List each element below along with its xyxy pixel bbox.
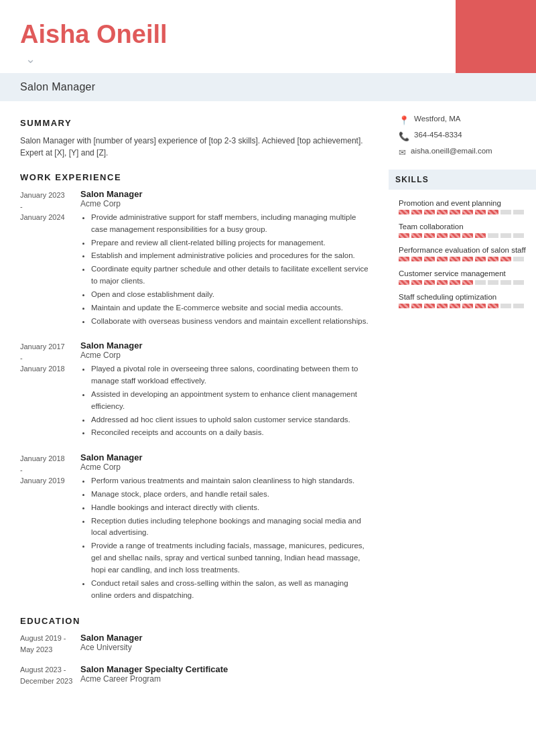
work-title: Salon Manager [80,189,368,199]
bullet-item: Played a pivotal role in overseeing thre… [91,363,368,387]
skill-segment [411,304,422,308]
contact-phone: 📞 364-454-8334 [399,131,526,141]
phone-icon: 📞 [399,131,409,141]
contact-section: 📍 Westford, MA 📞 364-454-8334 ✉ aisha.on… [399,115,526,158]
bullet-item: Provide a range of treatments including … [91,540,368,576]
skill-segment [399,210,409,214]
skill-segment [437,257,448,261]
work-date-start: January 2018 [20,454,65,462]
skill-segment [500,304,511,308]
email-icon: ✉ [399,147,406,158]
edu-details: Salon Manager Ace University [80,633,368,655]
edu-title: Salon Manager [80,633,368,643]
bullet-item: Open and close establishment daily. [91,289,368,301]
contact-email: ✉ aisha.oneill@email.com [399,147,526,158]
skill-segment [437,210,448,214]
skill-segment [399,257,409,261]
edu-date-end: May 2023 [20,645,52,653]
bullet-item: Handle bookings and interact directly wi… [91,502,368,514]
skill-segment [437,280,448,285]
edu-school: Ace University [80,643,368,652]
work-entry: January 2017 - January 2018 Salon Manage… [20,340,368,440]
summary-text: Salon Manager with [number of years] exp… [20,135,368,159]
skill-item: Staff scheduling optimization [399,293,526,308]
skill-segment [450,233,460,238]
work-date-end: January 2019 [20,477,65,485]
skill-segment [488,304,498,308]
skill-name: Staff scheduling optimization [399,293,526,301]
edu-date-start: August 2019 - [20,634,66,642]
header-accent-block [456,0,536,73]
work-title: Salon Manager [80,452,368,462]
bullet-item: Maintain and update the E-commerce websi… [91,302,368,314]
work-company: Acme Corp [80,462,368,472]
bullet-item: Collaborate with overseas business vendo… [91,316,368,328]
work-dates: January 2018 - January 2019 [20,452,80,603]
edu-date-start: August 2023 - [20,666,66,674]
work-company: Acme Corp [80,199,368,208]
skill-segment [399,280,409,285]
skill-bar [399,233,526,238]
skill-segment [399,304,409,308]
work-bullets: Played a pivotal role in overseeing thre… [80,363,368,439]
skill-segment [399,233,409,238]
skill-segment [424,280,435,285]
work-date-end: January 2018 [20,365,65,373]
skill-segment [475,257,486,261]
skill-segment [411,257,422,261]
bullet-item: Assisted in developing an appointment sy… [91,389,368,413]
skill-name: Team collaboration [399,223,526,231]
skill-segment [437,304,448,308]
main-content: SUMMARY Salon Manager with [number of ye… [0,101,536,756]
skill-segment [500,210,511,214]
skill-segment [500,233,511,238]
bullet-item: Provide administrative support for staff… [91,212,368,236]
summary-section-title: SUMMARY [20,118,368,128]
skills-list: Promotion and event planningTeam collabo… [399,199,526,308]
skill-name: Promotion and event planning [399,199,526,207]
skill-name: Performance evaluation of salon staff [399,246,526,254]
edu-dates: August 2023 - December 2023 [20,664,80,686]
bullet-item: Addressed ad hoc client issues to uphold… [91,414,368,426]
work-date-end: January 2024 [20,213,65,221]
skill-bar [399,304,526,308]
skill-segment [475,210,486,214]
bullet-item: Reception duties including telephone boo… [91,515,368,540]
skill-segment [424,257,435,261]
work-dates: January 2023 - January 2024 [20,189,80,328]
education-entry: August 2019 - May 2023 Salon Manager Ace… [20,633,368,655]
skill-segment [450,304,460,308]
location-icon: 📍 [399,115,409,125]
contact-location: 📍 Westford, MA [399,115,526,125]
skill-segment [513,233,524,238]
skill-name: Customer service management [399,269,526,277]
skill-segment [424,304,435,308]
skill-segment [424,210,435,214]
skill-bar [399,257,526,261]
skill-segment [513,210,524,214]
skill-segment [450,210,460,214]
left-column: SUMMARY Salon Manager with [number of ye… [0,101,389,756]
job-title: Salon Manager [20,81,95,92]
edu-date-end: December 2023 [20,677,72,685]
skill-segment [513,304,524,308]
edu-title: Salon Manager Specialty Certificate [80,664,368,674]
skill-segment [488,210,498,214]
work-date-start: January 2017 [20,342,65,351]
skill-segment [462,257,473,261]
work-bullets: Perform various treatments and maintain … [80,475,368,601]
bullet-item: Conduct retail sales and cross-selling w… [91,578,368,602]
education-section-title: EDUCATION [20,616,368,626]
skill-segment [488,257,498,261]
skill-item: Promotion and event planning [399,199,526,214]
job-title-bar: Salon Manager [0,73,536,101]
right-column: 📍 Westford, MA 📞 364-454-8334 ✉ aisha.on… [389,101,536,756]
work-date-start: January 2023 [20,191,65,199]
skill-segment [513,257,524,261]
skill-segment [462,304,473,308]
skill-item: Team collaboration [399,223,526,238]
work-dates: January 2017 - January 2018 [20,340,80,440]
work-bullets: Provide administrative support for staff… [80,212,368,327]
edu-dates: August 2019 - May 2023 [20,633,80,655]
skill-segment [411,280,422,285]
